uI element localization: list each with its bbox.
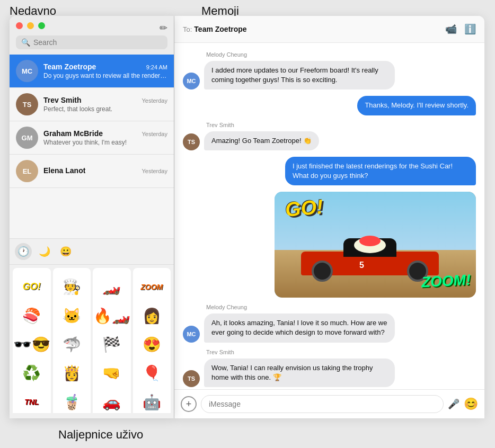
conv-avatar-team-zoetrope: MC	[16, 60, 38, 82]
zoom-sticker-overlay: ZOOM!	[421, 272, 471, 291]
sidebar: ✏ 🔍 MCTeam Zoetrope9:24 AMDo you guys wa…	[10, 16, 174, 418]
message-row-7: TS Wow, Tania! I can really envision us …	[183, 359, 476, 387]
message-group-3: Trev Smith TS Amazing! Go Team Zoetrope!…	[183, 122, 476, 150]
chat-panel: To: Team Zoetrope 📹 ℹ️ Melody Cheung MC …	[174, 16, 484, 418]
sticker-panel: 🕐 🌙 😀 GO! 🧑‍🍳 🏎️ ZOOM	[10, 238, 174, 418]
message-input[interactable]	[201, 395, 444, 413]
conv-preview-team-zoetrope: Do you guys want to review all the rende…	[43, 72, 167, 79]
sticker-boba[interactable]: 🧋	[53, 383, 91, 413]
bubble-7: Wow, Tania! I can really envision us tak…	[204, 359, 395, 387]
sticker-tnl[interactable]: TNL	[13, 383, 51, 413]
conv-avatar-elena-lanot: EL	[16, 160, 38, 182]
sticker-car[interactable]: 🚗	[93, 383, 131, 413]
message-row-4: I just finished the latest renderings fo…	[183, 157, 476, 185]
bubble-1: I added more updates to our Freeform boa…	[204, 61, 395, 89]
avatar-ts-1: TS	[183, 133, 200, 150]
message-group-1: Melody Cheung MC I added more updates to…	[183, 51, 476, 89]
close-button[interactable]	[16, 22, 23, 29]
to-label: To:	[183, 25, 192, 33]
sticker-grid: GO! 🧑‍🍳 🏎️ ZOOM 🍣	[10, 265, 174, 413]
minimize-button[interactable]	[27, 22, 34, 29]
conversation-item-graham-mcbride[interactable]: GMGraham McBrideYesterdayWhatever you th…	[10, 121, 174, 155]
conversation-item-elena-lanot[interactable]: ELElena LanotYesterday	[10, 155, 174, 188]
conversation-item-team-zoetrope[interactable]: MCTeam Zoetrope9:24 AMDo you guys want t…	[10, 55, 174, 88]
info-icon[interactable]: ℹ️	[464, 23, 476, 35]
avatar-mc-1: MC	[183, 73, 200, 89]
window-controls	[16, 22, 167, 29]
sticker-tab-moon[interactable]: 🌙	[36, 243, 53, 260]
conv-name-graham-mcbride: Graham McBride	[43, 129, 103, 138]
audio-icon[interactable]: 🎤	[448, 398, 459, 410]
avatar-mc-2: MC	[183, 326, 200, 343]
bubble-2: Thanks, Melody. I'll review shortly.	[357, 96, 476, 115]
emoji-button[interactable]: 😊	[464, 397, 478, 411]
chat-header: To: Team Zoetrope 📹 ℹ️	[174, 16, 484, 43]
message-row-5: 5 GO! ZOOM!	[183, 192, 476, 298]
conv-preview-trev-smith: Perfect, that looks great.	[43, 105, 167, 113]
conv-avatar-trev-smith: TS	[16, 93, 38, 115]
sender-name-trev-2: Trev Smith	[206, 349, 476, 355]
sushi-car-image: 5 GO! ZOOM!	[275, 192, 476, 298]
message-group-6: Melody Cheung MC Ah, it looks amazing, T…	[183, 304, 476, 342]
avatar-ts-2: TS	[183, 370, 200, 387]
conv-name-team-zoetrope: Team Zoetrope	[43, 62, 96, 71]
sticker-memoji-sparkle[interactable]: 🤖	[133, 383, 171, 413]
messages-area: Melody Cheung MC I added more updates to…	[174, 43, 484, 389]
chat-recipient: Team Zoetrope	[194, 25, 445, 33]
sticker-tab-recent[interactable]: 🕐	[15, 243, 32, 260]
message-row-6: MC Ah, it looks amazing, Tania! I love i…	[183, 313, 476, 342]
search-icon: 🔍	[21, 38, 30, 47]
conv-time-graham-mcbride: Yesterday	[142, 131, 167, 137]
search-input[interactable]	[33, 38, 162, 47]
message-input-area: + 🎤 😊	[174, 389, 484, 418]
sticker-tabs: 🕐 🌙 😀	[10, 239, 174, 265]
message-row-2: Thanks, Melody. I'll review shortly.	[183, 96, 476, 115]
sender-name-melody-1: Melody Cheung	[206, 51, 476, 58]
bubble-3: Amazing! Go Team Zoetrope! 👏	[204, 131, 319, 150]
message-row-3: TS Amazing! Go Team Zoetrope! 👏	[183, 131, 476, 150]
search-bar: 🔍	[16, 35, 167, 49]
video-call-icon[interactable]: 📹	[445, 23, 457, 35]
naljepnice-annotation: Naljepnice uživo	[58, 428, 143, 442]
sender-name-melody-2: Melody Cheung	[206, 304, 476, 310]
conv-time-trev-smith: Yesterday	[142, 97, 167, 104]
compose-button[interactable]: ✏	[160, 22, 167, 34]
message-group-4: I just finished the latest renderings fo…	[183, 157, 476, 185]
sender-name-trev-1: Trev Smith	[206, 122, 476, 128]
maximize-button[interactable]	[38, 22, 45, 29]
bubble-4: I just finished the latest renderings fo…	[285, 157, 476, 185]
add-button[interactable]: +	[181, 396, 197, 412]
conv-avatar-graham-mcbride: GM	[16, 127, 38, 149]
conv-time-team-zoetrope: 9:24 AM	[146, 64, 167, 70]
sidebar-top: ✏ 🔍	[10, 16, 174, 55]
conv-time-elena-lanot: Yesterday	[142, 168, 167, 174]
go-sticker-overlay: GO!	[284, 195, 324, 221]
message-group-5: 5 GO! ZOOM!	[183, 192, 476, 298]
message-row-1: MC I added more updates to our Freeform …	[183, 61, 476, 89]
bubble-6: Ah, it looks amazing, Tania! I love it s…	[204, 313, 395, 342]
conversation-item-trev-smith[interactable]: TSTrev SmithYesterdayPerfect, that looks…	[10, 88, 174, 121]
conv-name-trev-smith: Trev Smith	[43, 96, 82, 104]
conv-name-elena-lanot: Elena Lanot	[43, 166, 85, 175]
chat-header-icons: 📹 ℹ️	[445, 23, 476, 35]
sushi-car-image-bubble: 5 GO! ZOOM!	[275, 192, 476, 298]
sticker-tab-face[interactable]: 😀	[57, 243, 74, 260]
message-group-2: Thanks, Melody. I'll review shortly.	[183, 96, 476, 115]
message-group-7: Trev Smith TS Wow, Tania! I can really e…	[183, 349, 476, 387]
conv-preview-graham-mcbride: Whatever you think, I'm easy!	[43, 139, 167, 146]
